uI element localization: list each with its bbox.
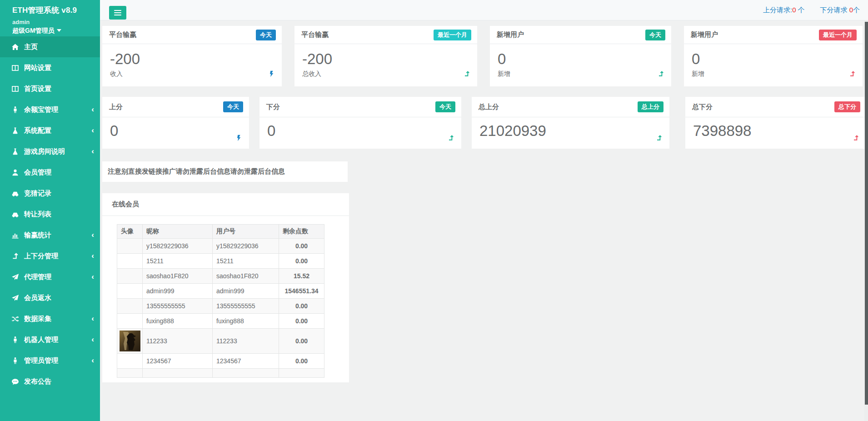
stat-card-total-up-points: 总上分总上分 21020939 [472,97,669,149]
cell-points: 0.00 [279,354,324,369]
column-header-user-id: 用户号 [213,225,279,239]
card-value: 0 [267,122,454,140]
stat-card-platform-winloss-month: 平台输赢最近一个月 -200 总收入 [294,26,477,86]
cell-user-id: 1234567 [213,354,279,369]
stat-card-platform-winloss-today: 平台输赢今天 -200 收入 [102,26,282,86]
page-scrollbar [864,20,868,421]
table-row: fuxing888 fuxing888 0.00 [117,314,324,329]
menu-toggle-button[interactable] [109,6,126,20]
sidebar-item-yuebao-manage[interactable]: 余额宝管理 ‹ [0,99,100,120]
card-value: -200 [302,50,470,68]
cell-points: 0.00 [279,329,324,354]
card-badge: 总下分 [834,101,860,112]
card-value: 0 [692,50,856,68]
sidebar-item-admin-manage[interactable]: 管理员管理 ‹ [0,350,100,371]
chevron-left-icon: ‹ [91,252,94,260]
cell-nickname: saoshao1F820 [143,269,213,284]
username: admin [12,19,95,25]
up-request-link[interactable]: 上分请求:0个 [763,6,805,15]
sidebar-item-site-settings[interactable]: 网站设置 [0,57,100,78]
sidebar-item-label: 会员返水 [24,294,51,302]
card-title: 总上分 [479,103,499,111]
stat-card-new-users-today: 新增用户今天 0 新增 [490,26,671,86]
table-row: 1234567 1234567 0.00 [117,354,324,369]
sidebar-item-agent-manage[interactable]: 代理管理 ‹ [0,266,100,287]
sidebar-item-label: 数据采集 [24,315,51,323]
card-value: 7398898 [693,122,859,140]
sidebar: ETH管理系统 v8.9 admin 超级GM管理员 主页 网站设置 首页设置 … [0,0,100,421]
cell-user-id: 13555555555 [213,299,279,314]
chevron-left-icon: ‹ [91,231,94,239]
cell-points: 0.00 [279,239,324,254]
topbar-requests: 上分请求:0个 下分请求 0个 [763,0,860,20]
sidebar-item-bet-records[interactable]: 竞猜记录 [0,183,100,204]
menu-icon [114,10,121,11]
topbar: 上分请求:0个 下分请求 0个 [100,0,868,20]
sidebar-item-member-rebate[interactable]: 会员返水 [0,287,100,308]
bolt-icon [235,135,242,141]
role-dropdown[interactable]: 超级GM管理员 [12,27,95,35]
up-request-unit: 个 [798,6,804,14]
sidebar-item-label: 输赢统计 [24,231,51,240]
sidebar-item-system-config[interactable]: 系统配置 ‹ [0,120,100,141]
level-up-icon [656,135,663,141]
comment-icon [11,378,19,386]
table-row-clipped [117,369,324,378]
online-members-table: 头像 昵称 用户号 剩余点数 y15829229036 y15829229036… [117,224,324,378]
sidebar-item-member-manage[interactable]: 会员管理 [0,162,100,183]
card-title: 上分 [109,103,123,111]
chevron-left-icon: ‹ [91,315,94,322]
cell-nickname: 1234567 [143,354,213,369]
column-header-nickname: 昵称 [143,225,213,239]
sidebar-item-label: 转让列表 [24,210,51,219]
cell-user-id: fuxing888 [213,314,279,329]
sidebar-item-data-collect[interactable]: 数据采集 ‹ [0,308,100,329]
sidebar-item-home[interactable]: 主页 [0,36,100,57]
card-title: 平台输赢 [109,30,136,39]
cell-user-id: admin999 [213,284,279,299]
down-request-link[interactable]: 下分请求 0个 [820,6,860,15]
sidebar-item-label: 管理员管理 [24,356,58,365]
cell-nickname: 112233 [143,329,213,354]
card-value: -200 [110,50,275,68]
flask-icon [11,127,19,135]
car-icon [11,190,19,197]
sidebar-item-winloss-stats[interactable]: 输赢统计 ‹ [0,225,100,246]
cell-nickname: y15829229036 [143,239,213,254]
card-badge: 总上分 [638,101,663,112]
cell-user-id: 15211 [213,254,279,269]
card-badge: 今天 [435,101,455,112]
table-header-row: 头像 昵称 用户号 剩余点数 [117,225,324,239]
cell-user-id: saoshao1F820 [213,269,279,284]
table-row: y15829229036 y15829229036 0.00 [117,239,324,254]
main-content: 平台输赢今天 -200 收入 平台输赢最近一个月 -200 总收入 新增用户今天… [100,20,864,421]
chevron-left-icon: ‹ [91,105,94,113]
sidebar-item-game-room-info[interactable]: 游戏房间说明 ‹ [0,141,100,162]
sidebar-item-announcement[interactable]: 发布公告 [0,371,100,392]
scrollbar-thumb[interactable] [865,22,868,405]
cell-user-id: y15829229036 [213,239,279,254]
sidebar-item-label: 上下分管理 [24,252,58,261]
sidebar-item-homepage-settings[interactable]: 首页设置 [0,78,100,99]
paper-plane-icon [11,273,19,281]
level-up-icon [464,70,470,77]
car-icon [11,210,19,218]
male-icon [11,336,19,344]
stat-card-down-points-today: 下分今天 0 [259,97,461,149]
sidebar-item-transfer-list[interactable]: 转让列表 [0,204,100,225]
notice-bar: 注意别直接发链接推广请勿泄露后台信息请勿泄露后台信息 [102,161,348,182]
level-up-icon [658,70,664,77]
sidebar-item-label: 系统配置 [24,126,51,135]
down-request-count: 0 [849,6,853,14]
cell-nickname: admin999 [143,284,213,299]
sidebar-item-robot-manage[interactable]: 机器人管理 ‹ [0,329,100,350]
card-badge: 最近一个月 [434,30,471,40]
card-sublabel: 新增 [498,70,664,78]
sidebar-item-label: 代理管理 [24,273,51,281]
level-up-icon [11,252,19,260]
paper-plane-icon [11,294,19,302]
sidebar-item-updown-manage[interactable]: 上下分管理 ‹ [0,246,100,266]
sidebar-item-label: 主页 [24,43,38,51]
table-row: 15211 15211 0.00 [117,254,324,269]
shuffle-icon [11,315,19,323]
